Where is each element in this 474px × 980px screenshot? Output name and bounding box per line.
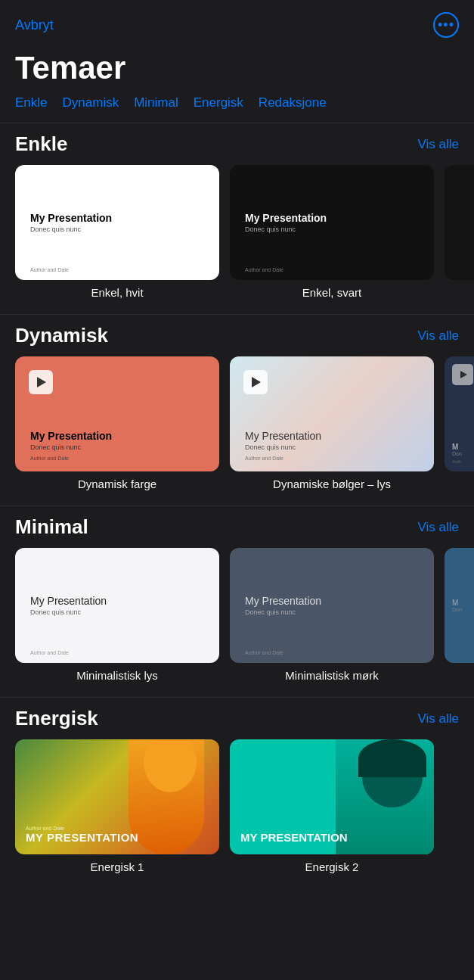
slide-subtitle: Donec quis nunc — [30, 443, 204, 451]
filter-tab-dynamisk[interactable]: Dynamisk — [63, 95, 119, 110]
card-enkel-svart[interactable]: My Presentation Donec quis nunc Author a… — [230, 165, 434, 299]
section-dynamisk-title: Dynamisk — [15, 324, 108, 347]
card-energisk-1-label: Energisk 1 — [91, 860, 144, 873]
section-dynamisk-header: Dynamisk Vis alle — [0, 324, 474, 356]
enkle-cards-row: My Presentation Donec quis nunc Author a… — [0, 165, 474, 299]
card-energisk-2[interactable]: MY PRESENTATION Energisk 2 — [230, 739, 434, 873]
filter-tab-enkle[interactable]: Enkle — [15, 95, 48, 110]
card-dynamisk-wave-label: Dynamiske bølger – lys — [273, 478, 391, 490]
slide-title: My Presentation — [245, 212, 419, 224]
energisk2-title: MY PRESENTATION — [240, 831, 348, 844]
filter-tab-redaksjone[interactable]: Redaksjone — [259, 95, 327, 110]
thumb-minimal-dark: My Presentation Donec quis nunc Author a… — [230, 548, 434, 663]
section-minimal: Minimal Vis alle My Presentation Donec q… — [0, 506, 474, 697]
vis-alle-minimal-button[interactable]: Vis alle — [418, 520, 460, 535]
slide-author: Author and Date — [30, 456, 204, 461]
slide-author: Author and Date — [245, 456, 419, 461]
thumb-enkel-svart: My Presentation Donec quis nunc Author a… — [230, 165, 434, 280]
card-minimal-dark-label: Minimalistisk mørk — [285, 669, 378, 682]
slide-author: Author and Date — [245, 267, 283, 272]
play-triangle-icon — [37, 377, 46, 387]
card-dynamisk-farge-label: Dynamisk farge — [78, 478, 156, 490]
vis-alle-energisk-button[interactable]: Vis alle — [418, 711, 460, 726]
slide-title: My Presentation — [245, 430, 419, 442]
section-energisk-header: Energisk Vis alle — [0, 707, 474, 739]
section-minimal-title: Minimal — [15, 515, 88, 539]
section-energisk: Energisk Vis alle Author and Date MY PRE… — [0, 697, 474, 888]
card-minimal-partial[interactable]: M Don — [445, 548, 474, 682]
filter-tab-energisk[interactable]: Energisk — [194, 95, 243, 110]
slide-author: Author and Date — [30, 650, 69, 655]
slide-title: My Presentation — [30, 430, 204, 442]
more-options-button[interactable]: ••• — [433, 12, 459, 38]
energisk-title: MY PRESENTATION — [26, 831, 138, 844]
section-enkle-title: Enkle — [15, 132, 67, 156]
slide-subtitle: Donec quis nunc — [245, 443, 419, 451]
page-title: Temaer — [0, 44, 474, 95]
header: Avbryt ••• — [0, 0, 474, 44]
thumb-dynamisk-farge: My Presentation Donec quis nunc Author a… — [15, 356, 219, 471]
slide-author: Author and Date — [245, 650, 283, 655]
thumb-enkel-partial — [445, 165, 474, 280]
card-minimal-dark[interactable]: My Presentation Donec quis nunc Author a… — [230, 548, 434, 682]
card-energisk-1[interactable]: Author and Date MY PRESENTATION Energisk… — [15, 739, 219, 873]
slide-subtitle: Donec quis nunc — [30, 226, 204, 233]
slide-subtitle: Donec quis nunc — [245, 608, 419, 616]
slide-title: My Presentation — [30, 212, 204, 224]
slide-subtitle: Donec quis nunc — [245, 226, 419, 233]
card-enkel-hvit[interactable]: My Presentation Donec quis nunc Author a… — [15, 165, 219, 299]
card-minimal-lys[interactable]: My Presentation Donec quis nunc Author a… — [15, 548, 219, 682]
play-icon — [243, 370, 268, 394]
vis-alle-dynamisk-button[interactable]: Vis alle — [418, 328, 460, 344]
play-icon — [452, 364, 473, 385]
slide-title: My Presentation — [245, 595, 419, 607]
card-energisk-2-label: Energisk 2 — [305, 860, 359, 873]
card-enkel-partial[interactable] — [445, 165, 474, 299]
slide-subtitle: Donec quis nunc — [30, 608, 204, 616]
thumb-dynamisk-wave: My Presentation Donec quis nunc Author a… — [230, 356, 434, 471]
dynamisk-cards-row: My Presentation Donec quis nunc Author a… — [0, 356, 474, 490]
section-enkle: Enkle Vis alle My Presentation Donec qui… — [0, 123, 474, 314]
thumb-enkel-hvit: My Presentation Donec quis nunc Author a… — [15, 165, 219, 280]
play-icon — [29, 370, 53, 394]
slide-title: My Presentation — [30, 595, 204, 607]
card-minimal-lys-label: Minimalistisk lys — [76, 669, 158, 682]
card-dynamisk-farge[interactable]: My Presentation Donec quis nunc Author a… — [15, 356, 219, 490]
section-dynamisk: Dynamisk Vis alle My Presentation Donec … — [0, 314, 474, 506]
section-enkle-header: Enkle Vis alle — [0, 132, 474, 165]
energisk-cards-row: Author and Date MY PRESENTATION Energisk… — [0, 739, 474, 873]
play-triangle-icon — [252, 377, 261, 387]
thumb-minimal-lys: My Presentation Donec quis nunc Author a… — [15, 548, 219, 663]
filter-tab-minimal[interactable]: Minimal — [134, 95, 178, 110]
filter-tabs: Enkle Dynamisk Minimal Energisk Redaksjo… — [0, 95, 474, 123]
section-minimal-header: Minimal Vis alle — [0, 515, 474, 548]
card-dynamisk-wave[interactable]: My Presentation Donec quis nunc Author a… — [230, 356, 434, 490]
section-energisk-title: Energisk — [15, 707, 98, 730]
card-dynamisk-partial[interactable]: M Don Auth — [445, 356, 474, 490]
card-enkel-hvit-label: Enkel, hvit — [91, 286, 143, 299]
vis-alle-enkle-button[interactable]: Vis alle — [418, 137, 460, 152]
minimal-cards-row: My Presentation Donec quis nunc Author a… — [0, 548, 474, 682]
energisk-author: Author and Date — [26, 826, 138, 831]
slide-author: Author and Date — [30, 267, 69, 272]
card-enkel-svart-label: Enkel, svart — [302, 286, 361, 299]
more-icon: ••• — [438, 17, 454, 33]
cancel-button[interactable]: Avbryt — [15, 17, 54, 33]
